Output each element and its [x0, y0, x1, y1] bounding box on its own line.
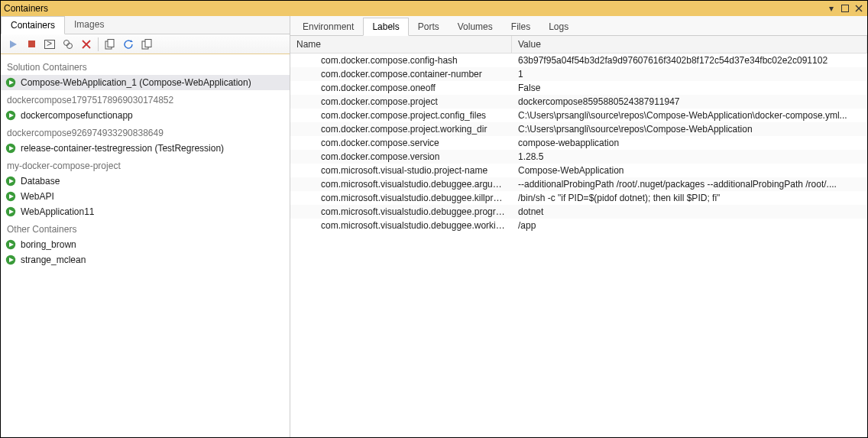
- tree-group-header: dockercompose17975178969030174852: [1, 90, 290, 108]
- detail-tabs: Environment Labels Ports Volumes Files L…: [290, 16, 867, 36]
- label-value-cell: False: [512, 81, 867, 95]
- tree-group-header: Other Containers: [1, 219, 290, 237]
- container-label: dockercomposefunctionapp: [21, 110, 133, 121]
- container-tree-item[interactable]: strange_mclean: [1, 252, 290, 268]
- label-value-cell: --additionalProbingPath /root/.nuget/pac…: [512, 177, 867, 191]
- container-label: WebApplication11: [21, 206, 95, 217]
- label-row[interactable]: com.microsoft.visual-studio.project-name…: [290, 164, 867, 177]
- container-tree-item[interactable]: WebAPI: [1, 189, 290, 204]
- label-name-cell: com.microsoft.visualstudio.debuggee.prog…: [290, 205, 512, 219]
- label-row[interactable]: com.microsoft.visualstudio.debuggee.argu…: [290, 177, 867, 191]
- container-tree-item[interactable]: release-container-testregression (TestRe…: [1, 141, 290, 156]
- start-button[interactable]: [4, 36, 22, 53]
- column-header-name[interactable]: Name: [290, 36, 512, 53]
- label-value-cell: Compose-WebApplication: [512, 164, 867, 177]
- copy-button[interactable]: [101, 36, 119, 53]
- tree-group-header: Solution Containers: [1, 57, 290, 75]
- container-label: Compose-WebApplication_1 (Compose-WebApp…: [21, 77, 251, 88]
- container-tree-item[interactable]: WebApplication11: [1, 204, 290, 219]
- refresh-button[interactable]: [119, 36, 138, 53]
- container-tree-item[interactable]: Database: [1, 174, 290, 189]
- label-row[interactable]: com.docker.compose.version1.28.5: [290, 150, 867, 164]
- label-name-cell: com.microsoft.visual-studio.project-name: [290, 164, 512, 177]
- tab-volumes[interactable]: Volumes: [449, 18, 502, 35]
- svg-rect-15: [145, 39, 151, 47]
- label-name-cell: com.microsoft.visualstudio.debuggee.argu…: [290, 177, 512, 191]
- label-row[interactable]: com.docker.compose.servicecompose-webapp…: [290, 136, 867, 150]
- delete-button[interactable]: [77, 36, 96, 53]
- label-row[interactable]: com.docker.compose.project.working_dirC:…: [290, 122, 867, 136]
- svg-rect-12: [108, 39, 114, 47]
- tab-images[interactable]: Images: [65, 16, 113, 34]
- stop-button[interactable]: [22, 36, 40, 53]
- left-pane: Containers Images >_: [1, 16, 290, 437]
- prune-button[interactable]: [138, 36, 156, 53]
- container-label: boring_brown: [21, 239, 76, 250]
- container-label: release-container-testregression (TestRe…: [21, 143, 224, 154]
- label-value-cell: 1: [512, 67, 867, 81]
- label-name-cell: com.docker.compose.oneoff: [290, 81, 512, 95]
- container-tree-item[interactable]: dockercomposefunctionapp: [1, 108, 290, 123]
- window-menu-icon[interactable]: ▾: [826, 3, 837, 14]
- label-row[interactable]: com.microsoft.visualstudio.debuggee.kill…: [290, 191, 867, 205]
- tree-group-header: dockercompose926974933290838649: [1, 123, 290, 141]
- terminal-button[interactable]: >_: [40, 36, 59, 53]
- left-tabs: Containers Images: [1, 16, 290, 34]
- tab-environment[interactable]: Environment: [293, 18, 363, 35]
- svg-marker-13: [131, 40, 133, 42]
- grid-body: com.docker.compose.config-hash63b97f95a0…: [290, 54, 867, 232]
- label-name-cell: com.docker.compose.service: [290, 136, 512, 150]
- label-name-cell: com.docker.compose.version: [290, 150, 512, 164]
- titlebar: Containers ▾: [1, 1, 867, 16]
- titlebar-controls: ▾: [826, 3, 864, 14]
- label-row[interactable]: com.docker.compose.container-number1: [290, 67, 867, 81]
- label-row[interactable]: com.docker.compose.project.config_filesC…: [290, 109, 867, 122]
- label-name-cell: com.docker.compose.container-number: [290, 67, 512, 81]
- window-body: Containers Images >_: [1, 16, 867, 437]
- label-row[interactable]: com.docker.compose.projectdockercompose8…: [290, 95, 867, 109]
- window-title: Containers: [4, 3, 48, 14]
- container-label: strange_mclean: [21, 255, 86, 265]
- label-row[interactable]: com.microsoft.visualstudio.debuggee.prog…: [290, 205, 867, 219]
- labels-grid[interactable]: Name Value com.docker.compose.config-has…: [290, 36, 867, 437]
- toolbar: >_: [1, 34, 290, 54]
- attach-debugger-button[interactable]: [59, 36, 77, 53]
- label-value-cell: C:\Users\prsangli\source\repos\Compose-W…: [512, 109, 867, 122]
- label-value-cell: dotnet: [512, 205, 867, 219]
- tab-containers[interactable]: Containers: [1, 16, 65, 34]
- label-value-cell: /app: [512, 219, 867, 232]
- label-value-cell: dockercompose8595880524387911947: [512, 95, 867, 109]
- svg-marker-3: [10, 41, 17, 48]
- container-tree-item[interactable]: boring_brown: [1, 237, 290, 252]
- containers-window: Containers ▾ Containers Images: [0, 0, 868, 438]
- container-tree[interactable]: Solution ContainersCompose-WebApplicatio…: [1, 54, 290, 437]
- container-label: Database: [21, 176, 60, 187]
- svg-rect-0: [842, 5, 849, 12]
- label-value-cell: compose-webapplication: [512, 136, 867, 150]
- container-tree-item[interactable]: Compose-WebApplication_1 (Compose-WebApp…: [1, 75, 290, 90]
- label-name-cell: com.docker.compose.project.working_dir: [290, 122, 512, 136]
- tab-files[interactable]: Files: [502, 18, 539, 35]
- tree-group-header: my-docker-compose-project: [1, 156, 290, 174]
- svg-rect-4: [28, 41, 35, 47]
- label-row[interactable]: com.microsoft.visualstudio.debuggee.work…: [290, 219, 867, 232]
- right-pane: Environment Labels Ports Volumes Files L…: [290, 16, 867, 437]
- label-name-cell: com.microsoft.visualstudio.debuggee.kill…: [290, 191, 512, 205]
- toolbar-separator: [98, 37, 99, 51]
- maximize-icon[interactable]: [840, 3, 850, 14]
- svg-text:>_: >_: [47, 40, 55, 49]
- label-row[interactable]: com.docker.compose.oneoffFalse: [290, 81, 867, 95]
- label-name-cell: com.docker.compose.project: [290, 95, 512, 109]
- column-header-value[interactable]: Value: [512, 36, 867, 53]
- svg-point-8: [67, 43, 73, 48]
- label-value-cell: 63b97f95a04f54b3d2fa9d97607616f3402b8f17…: [512, 54, 867, 67]
- label-value-cell: 1.28.5: [512, 150, 867, 164]
- tab-labels[interactable]: Labels: [363, 18, 408, 36]
- svg-point-7: [64, 40, 70, 45]
- close-icon[interactable]: [853, 3, 864, 14]
- tab-logs[interactable]: Logs: [539, 18, 578, 35]
- container-label: WebAPI: [21, 191, 54, 202]
- label-name-cell: com.microsoft.visualstudio.debuggee.work…: [290, 219, 512, 232]
- tab-ports[interactable]: Ports: [409, 18, 449, 35]
- label-row[interactable]: com.docker.compose.config-hash63b97f95a0…: [290, 54, 867, 67]
